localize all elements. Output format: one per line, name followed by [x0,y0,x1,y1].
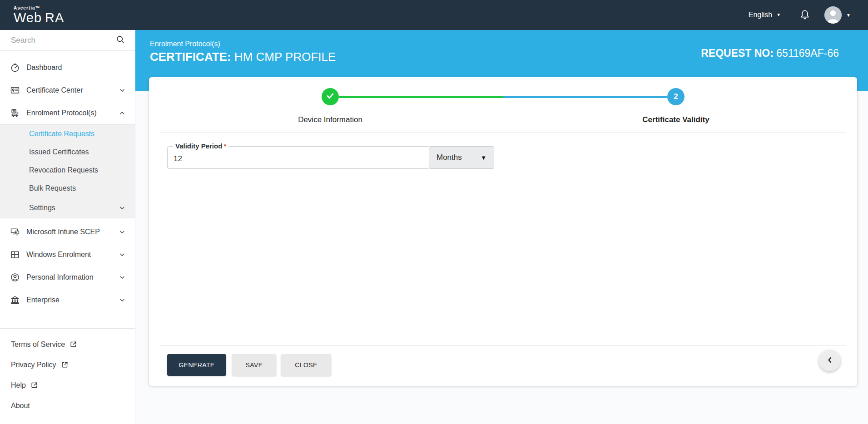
app-logo: Ascertia™ Web RA [14,6,64,25]
chevron-down-icon [119,274,126,281]
divider [160,133,846,133]
external-link-icon [69,340,77,348]
privacy-policy-link[interactable]: Privacy Policy [0,355,135,375]
top-navbar: Ascertia™ Web RA English ▼ ▼ [0,0,868,30]
save-button[interactable]: SAVE [232,354,276,376]
sidebar-subitem-label: Certificate Requests [29,130,126,138]
logo-web-text: Web [14,11,42,25]
footer-link-label: Privacy Policy [11,361,56,369]
sidebar-item-label: Enterprise [26,296,119,304]
check-icon [325,91,335,103]
sidebar-subitem-settings[interactable]: Settings [0,197,135,218]
divider [160,345,846,345]
chevron-down-icon [119,228,126,236]
sidebar-footer: Terms of Service Privacy Policy Help [0,328,135,416]
request-number-label: REQUEST NO: [701,47,774,59]
chevron-down-icon [119,87,126,94]
sidebar-search [0,30,135,51]
sidebar-item-dashboard[interactable]: Dashboard [0,56,135,79]
sidebar-item-label: Dashboard [26,64,126,72]
sidebar-item-label: Personal Information [26,273,119,281]
stepper-line-complete [339,96,503,98]
sidebar-item-enterprise[interactable]: Enterprise [0,289,135,311]
chevron-down-icon [119,296,126,304]
chevron-down-icon: ▼ [846,13,851,18]
search-input[interactable] [11,36,116,45]
sidebar-item-label: Microsoft Intune SCEP [26,228,119,236]
step-2-number: 2 [674,92,678,101]
sidebar-subitem-certificate-requests[interactable]: Certificate Requests [0,125,135,143]
dashboard-icon [10,63,20,73]
sidebar-item-label: Windows Enrolment [26,251,119,259]
about-link[interactable]: About [0,395,135,416]
notifications-bell-icon[interactable] [799,9,811,21]
person-circle-icon [10,272,20,282]
sidebar-subitem-revocation-requests[interactable]: Revocation Requests [0,161,135,179]
user-menu[interactable]: ▼ [824,6,851,24]
user-avatar [824,6,842,24]
search-icon[interactable] [116,35,125,46]
enrolment-submenu: Certificate Requests Issued Certificates… [0,124,135,218]
request-number-value: 651169AF-66 [776,47,839,59]
required-asterisk: * [223,142,226,150]
sidebar-item-label: Enrolment Protocol(s) [26,109,119,117]
close-button[interactable]: CLOSE [281,354,331,376]
intune-scep-icon [10,227,20,237]
logo-company-text: Ascertia™ [14,6,64,10]
previous-step-button[interactable] [819,350,840,371]
windows-icon [10,250,20,260]
footer-link-label: Help [11,381,26,389]
footer-link-label: Terms of Service [11,340,65,349]
logo-ra-text: RA [45,11,64,25]
stepper-line-active [503,96,667,98]
sidebar-item-microsoft-intune-scep[interactable]: Microsoft Intune SCEP [0,221,135,243]
sidebar-item-enrolment-protocols[interactable]: Enrolment Protocol(s) [0,102,135,124]
validity-unit-value: Months [436,153,481,162]
generate-button[interactable]: GENERATE [167,354,226,376]
bank-icon [10,295,20,305]
page-title-value: HM CMP PROFILE [234,50,336,64]
validity-period-input[interactable] [168,147,429,168]
language-label: English [749,11,772,19]
language-selector[interactable]: English ▼ [749,11,781,19]
help-link[interactable]: Help [0,375,135,395]
footer-link-label: About [11,402,30,410]
validity-period-legend: Validity Period* [173,142,228,150]
enrolment-protocols-icon [10,108,20,118]
chevron-up-icon [119,109,126,117]
sidebar-subitem-label: Revocation Requests [29,166,126,174]
sidebar-subitem-bulk-requests[interactable]: Bulk Requests [0,179,135,197]
chevron-down-icon: ▼ [776,13,781,17]
step-1-label[interactable]: Device Information [298,115,362,124]
validity-period-field: Validity Period* [167,146,429,169]
sidebar-subitem-label: Issued Certificates [29,148,126,156]
terms-of-service-link[interactable]: Terms of Service [0,334,135,355]
sidebar: Dashboard Certificate Center [0,30,135,424]
chevron-left-icon [825,355,834,366]
sidebar-subitem-label: Bulk Requests [29,184,126,192]
wizard-card: 2 Device Information Certificate Validit… [149,77,857,386]
sidebar-subitem-label: Settings [29,204,119,212]
page-title-label: CERTIFICATE: [150,50,231,64]
sidebar-item-windows-enrolment[interactable]: Windows Enrolment [0,243,135,266]
step-1-circle[interactable] [322,88,339,105]
sidebar-item-label: Certificate Center [26,86,119,94]
dropdown-arrow-icon: ▼ [481,154,486,161]
step-2-label[interactable]: Certificate Validity [642,115,709,124]
sidebar-item-certificate-center[interactable]: Certificate Center [0,79,135,102]
sidebar-subitem-issued-certificates[interactable]: Issued Certificates [0,143,135,161]
breadcrumb: Enrolment Protocol(s) [150,40,336,48]
chevron-down-icon [119,204,126,212]
request-number: REQUEST NO: 651169AF-66 [701,47,839,59]
validity-period-label: Validity Period [175,142,222,150]
sidebar-item-personal-information[interactable]: Personal Information [0,266,135,289]
chevron-down-icon [119,251,126,258]
validity-unit-select[interactable]: Months ▼ [429,146,494,169]
page-title: CERTIFICATE: HM CMP PROFILE [150,50,336,64]
certificate-center-icon [10,85,20,95]
external-link-icon [61,361,69,369]
external-link-icon [30,381,38,389]
step-2-circle[interactable]: 2 [667,88,684,105]
